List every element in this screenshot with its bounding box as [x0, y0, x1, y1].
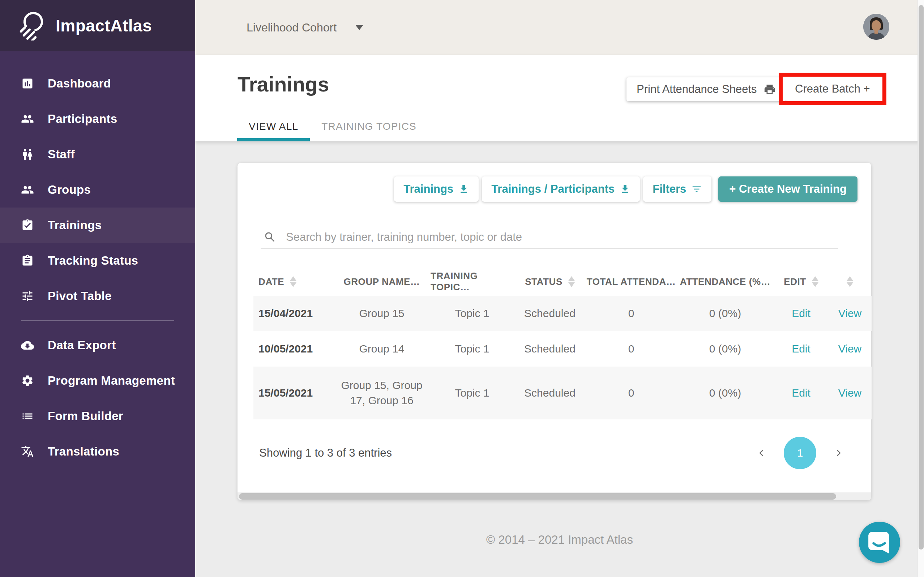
horizontal-scrollbar-track[interactable]	[238, 492, 871, 500]
page-title: Trainings	[238, 72, 329, 96]
trainings-table: DATE GROUP NAME… TRAINING TOPIC… STATUS …	[253, 268, 872, 419]
cell-date: 15/04/2021	[253, 301, 333, 326]
cell-total-attendance: 0	[586, 336, 676, 361]
current-page-button[interactable]: 1	[784, 437, 816, 469]
column-header-edit: EDIT	[774, 276, 828, 287]
vertical-scrollbar-thumb[interactable]	[919, 5, 924, 550]
cell-date: 15/05/2021	[253, 380, 333, 406]
staff-icon	[21, 148, 34, 161]
next-page-button[interactable]	[831, 446, 846, 460]
sort-icon[interactable]	[568, 276, 575, 287]
cell-total-attendance: 0	[586, 301, 676, 326]
search-bar	[261, 226, 838, 249]
column-header-status: STATUS	[514, 276, 586, 287]
copyright-text: © 2014 – 2021 Impact Atlas	[195, 533, 924, 546]
main-content: Trainings Trainings / Participants Filte…	[195, 141, 924, 577]
sidebar-item-staff[interactable]: Staff	[0, 137, 195, 172]
sidebar-item-groups[interactable]: Groups	[0, 172, 195, 208]
tab-bar: VIEW ALL TRAINING TOPICS	[237, 114, 428, 141]
sidebar-nav: Dashboard Participants Staff Groups Trai…	[0, 52, 195, 469]
cell-status: Scheduled	[514, 380, 586, 406]
pagination: Showing 1 to 3 of 3 entries 1	[259, 437, 846, 469]
filters-label: Filters	[652, 182, 686, 196]
sidebar: ImpactAtlas Dashboard Participants Staff…	[0, 0, 195, 577]
cohort-selected-value: Livelihood Cohort	[246, 21, 336, 34]
cell-training-topic: Topic 1	[431, 336, 514, 361]
tab-training-topics[interactable]: TRAINING TOPICS	[310, 114, 428, 141]
sort-icon[interactable]	[290, 276, 296, 287]
gear-icon	[21, 374, 34, 387]
edit-link[interactable]: Edit	[792, 341, 810, 356]
sidebar-item-label: Translations	[48, 445, 119, 458]
export-trainings-label: Trainings	[403, 182, 453, 196]
chevron-right-icon	[832, 447, 845, 459]
cell-group-name: Group 15	[333, 301, 431, 326]
card-toolbar: Trainings Trainings / Participants Filte…	[394, 176, 858, 202]
create-batch-button[interactable]: Create Batch +	[783, 77, 882, 100]
search-icon	[264, 230, 277, 244]
download-icon	[620, 184, 631, 195]
cell-attendance-pct: 0 (0%)	[676, 301, 774, 326]
table-row: 10/05/2021 Group 14 Topic 1 Scheduled 0 …	[253, 331, 872, 367]
cell-date: 10/05/2021	[253, 336, 333, 361]
export-trainings-participants-button[interactable]: Trainings / Participants	[482, 176, 640, 202]
sidebar-item-translations[interactable]: Translations	[0, 434, 195, 469]
previous-page-button[interactable]	[754, 446, 769, 460]
app-logo[interactable]: ImpactAtlas	[0, 0, 195, 52]
create-batch-label: Create Batch +	[795, 82, 870, 95]
sidebar-divider	[21, 320, 174, 321]
translate-icon	[21, 445, 34, 458]
search-input[interactable]	[286, 230, 838, 244]
export-trainings-button[interactable]: Trainings	[394, 176, 479, 202]
create-new-training-button[interactable]: + Create New Training	[718, 176, 858, 202]
cell-group-name: Group 15, Group 17, Group 16	[333, 373, 431, 413]
sidebar-item-participants[interactable]: Participants	[0, 101, 195, 137]
filters-button[interactable]: Filters	[643, 176, 712, 202]
app-title: ImpactAtlas	[56, 16, 152, 35]
table-row: 15/05/2021 Group 15, Group 17, Group 16 …	[253, 367, 872, 419]
table-header-row: DATE GROUP NAME… TRAINING TOPIC… STATUS …	[253, 268, 872, 296]
view-link[interactable]: View	[838, 385, 861, 401]
edit-link[interactable]: Edit	[792, 306, 810, 321]
sidebar-item-pivot-table[interactable]: Pivot Table	[0, 278, 195, 314]
sidebar-item-data-export[interactable]: Data Export	[0, 327, 195, 363]
view-link[interactable]: View	[838, 341, 861, 356]
chevron-left-icon	[755, 447, 768, 459]
sidebar-item-label: Program Management	[48, 374, 175, 388]
filter-icon	[691, 184, 702, 195]
sidebar-item-label: Participants	[48, 112, 118, 126]
chevron-down-icon	[355, 25, 363, 30]
edit-link[interactable]: Edit	[792, 385, 810, 401]
sidebar-item-dashboard[interactable]: Dashboard	[0, 66, 195, 101]
clipboard-check-icon	[21, 219, 34, 232]
horizontal-scrollbar-thumb[interactable]	[239, 493, 836, 500]
cohort-selector[interactable]: Livelihood Cohort	[246, 0, 363, 55]
cell-training-topic: Topic 1	[431, 301, 514, 326]
user-avatar[interactable]	[863, 14, 889, 40]
chat-launcher-button[interactable]	[859, 522, 900, 563]
cell-attendance-pct: 0 (0%)	[676, 380, 774, 406]
cell-attendance-pct: 0 (0%)	[676, 336, 774, 361]
print-button-label: Print Attendance Sheets	[637, 83, 757, 96]
sidebar-item-program-management[interactable]: Program Management	[0, 363, 195, 398]
vertical-scrollbar-track[interactable]	[918, 0, 924, 577]
sidebar-item-tracking-status[interactable]: Tracking Status	[0, 243, 195, 278]
list-icon	[21, 409, 34, 422]
sidebar-item-label: Form Builder	[48, 409, 123, 423]
chat-bubble-icon	[859, 522, 900, 563]
pagination-controls: 1	[754, 437, 846, 469]
tab-view-all[interactable]: VIEW ALL	[237, 114, 310, 141]
people-icon	[21, 183, 34, 196]
sort-icon[interactable]	[847, 276, 853, 287]
sidebar-item-label: Dashboard	[48, 77, 111, 90]
sidebar-item-label: Trainings	[48, 218, 101, 232]
sort-icon[interactable]	[812, 276, 818, 287]
sidebar-item-label: Staff	[48, 148, 75, 161]
view-link[interactable]: View	[838, 306, 861, 321]
cell-status: Scheduled	[514, 301, 586, 326]
print-attendance-sheets-button[interactable]: Print Attendance Sheets	[626, 77, 786, 101]
trainings-card: Trainings Trainings / Participants Filte…	[238, 163, 871, 500]
sidebar-item-trainings[interactable]: Trainings	[0, 208, 195, 243]
page-header: Trainings Print Attendance Sheets Create…	[195, 55, 924, 141]
sidebar-item-form-builder[interactable]: Form Builder	[0, 398, 195, 434]
